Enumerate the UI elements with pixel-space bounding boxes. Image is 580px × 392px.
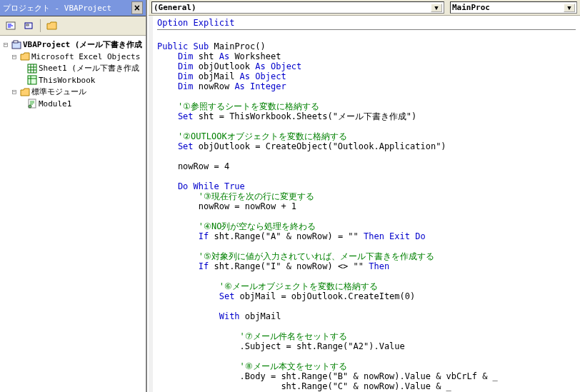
code-comment: '⑦メール件名をセットする — [157, 331, 347, 341]
code-line: objMail — [245, 311, 281, 321]
expand-icon[interactable]: ⊟ — [10, 87, 19, 96]
code-comment: '⑥メールオブジェクトを変数に格納する — [157, 281, 378, 291]
code-line: .Subject = sht.Range("A2").Value — [157, 341, 405, 351]
tree-modules[interactable]: ⊟ 標準モジュール — [1, 86, 144, 98]
code-dropdown-row: (General) ▼ MainProc ▼ — [149, 0, 580, 16]
code-line: Dim — [157, 71, 199, 81]
panel-close-button[interactable]: × — [131, 1, 143, 14]
svg-point-20 — [29, 105, 31, 108]
folder-icon — [20, 51, 30, 61]
folder-icon-button[interactable] — [44, 19, 60, 33]
view-object-icon[interactable] — [21, 19, 36, 33]
code-line: As Object — [240, 71, 286, 81]
code-line: objMail — [199, 71, 240, 81]
code-line: Then — [369, 261, 389, 271]
tree-sheet1[interactable]: Sheet1 (メール下書き作成 — [1, 62, 144, 74]
code-line: sht = ThisWorkbook.Sheets("メール下書き作成") — [199, 111, 417, 121]
panel-title-text: プロジェクト - VBAProject — [3, 3, 111, 14]
code-line: Dim — [157, 51, 199, 61]
code-line: sht.Range("C" & nowRow).Value & _ — [157, 381, 451, 391]
code-line: objOutlook = CreateObject("Outlook.Appli… — [199, 141, 446, 151]
folder-icon — [20, 87, 30, 97]
code-line: Do While True — [157, 181, 245, 191]
tree-module1-label: Module1 — [39, 99, 71, 109]
code-line: As Object — [255, 61, 301, 71]
project-toolbar — [0, 16, 146, 36]
tree-root-label: VBAProject (メール下書き作成 — [23, 39, 142, 50]
code-line: Set — [157, 291, 240, 301]
code-line: As Integer — [234, 81, 286, 91]
project-tree[interactable]: ⊟ VBAProject (メール下書き作成 ⊟ Microsoft Excel… — [0, 36, 146, 392]
svg-rect-7 — [14, 41, 18, 43]
code-line: Set — [157, 141, 199, 151]
tree-excel-objects[interactable]: ⊟ Microsoft Excel Objects — [1, 51, 144, 62]
expand-icon[interactable]: ⊟ — [10, 52, 19, 61]
code-line: Set — [157, 111, 199, 121]
chevron-down-icon: ▼ — [431, 4, 442, 12]
tree-thisworkbook[interactable]: ThisWorkbook — [1, 74, 144, 86]
code-line: Then Exit Do — [364, 231, 426, 241]
workbook-icon — [27, 75, 37, 85]
code-line: objMail = objOutlook.CreateItem(0) — [240, 291, 416, 301]
tree-module1[interactable]: Module1 — [1, 98, 144, 109]
tree-modules-label: 標準モジュール — [31, 86, 86, 97]
vba-project-icon — [11, 40, 21, 50]
code-line: If — [157, 261, 214, 271]
code-line: Dim — [157, 81, 199, 91]
tree-excel-objects-label: Microsoft Excel Objects — [31, 52, 140, 61]
code-line: objOutlook — [199, 61, 255, 71]
code-line: sht — [199, 51, 219, 61]
svg-rect-13 — [28, 76, 36, 84]
code-comment: '①参照するシートを変数に格納する — [157, 101, 319, 111]
svg-rect-5 — [26, 24, 29, 26]
code-line: sht.Range("A" & nowRow) = "" — [214, 231, 364, 241]
code-comment: '④NO列が空なら処理を終わる — [157, 221, 316, 231]
module-icon — [27, 99, 37, 109]
code-line: Dim — [157, 61, 199, 71]
tree-sheet1-label: Sheet1 (メール下書き作成 — [39, 63, 139, 74]
code-line: With — [157, 311, 245, 321]
code-line: Public Sub — [157, 41, 214, 51]
chevron-down-icon: ▼ — [564, 4, 575, 12]
project-panel-title: プロジェクト - VBAProject × — [0, 0, 146, 16]
procedure-dropdown[interactable]: MainProc ▼ — [450, 1, 577, 14]
code-line: nowRow = nowRow + 1 — [157, 201, 296, 211]
code-line: If — [157, 231, 214, 241]
code-comment: '③現在行を次の行に変更する — [157, 191, 314, 201]
svg-rect-8 — [28, 64, 36, 73]
tree-thisworkbook-label: ThisWorkbook — [39, 76, 95, 85]
code-line: Option Explicit — [157, 18, 234, 28]
toolbar-separator — [40, 19, 41, 32]
code-line: MainProc() — [214, 41, 265, 51]
object-dropdown-value: (General) — [154, 3, 196, 12]
code-editor[interactable]: Option Explicit Public Sub MainProc() Di… — [149, 16, 580, 392]
code-comment: '②OUTLOOKオブジェクトを変数に格納する — [157, 131, 347, 141]
code-line: nowRow — [199, 81, 235, 91]
object-dropdown[interactable]: (General) ▼ — [151, 1, 444, 14]
code-comment: '⑧メール本文をセットする — [157, 361, 347, 371]
code-comment: '⑤対象列に値が入力されていれば、メール下書きを作成する — [157, 251, 434, 261]
code-line: .Body = sht.Range("B" & nowRow).Value & … — [157, 371, 498, 381]
procedure-dropdown-value: MainProc — [452, 3, 490, 12]
code-line: As — [219, 51, 235, 61]
tree-root[interactable]: ⊟ VBAProject (メール下書き作成 — [1, 39, 144, 51]
code-line: nowRow = 4 — [157, 161, 229, 171]
code-line: sht.Range("I" & nowRow) <> "" — [214, 261, 369, 271]
view-code-icon[interactable] — [3, 19, 19, 33]
code-line: Worksheet — [234, 51, 281, 61]
worksheet-icon — [27, 64, 37, 74]
expand-icon[interactable]: ⊟ — [1, 40, 10, 49]
